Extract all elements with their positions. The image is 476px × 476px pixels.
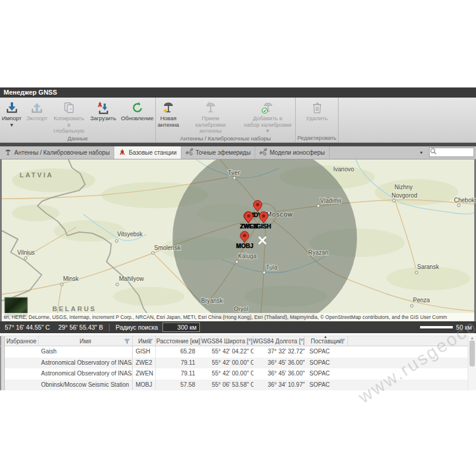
table-row[interactable]: Astronomical Observatory of INASANZWEN79…: [0, 368, 476, 380]
map-label-city: Moscow: [266, 211, 293, 218]
city-dot: [115, 240, 118, 243]
row-selector[interactable]: [0, 380, 5, 391]
ribbon-button-load[interactable]: Загрузить: [89, 99, 118, 123]
map-label-city: Ivanovo: [333, 166, 354, 173]
tab-ionosphere-models[interactable]: Модели ионосферы: [255, 146, 330, 159]
search-icon: [430, 147, 437, 158]
terrain-patch: [113, 287, 184, 306]
row-selector[interactable]: [0, 368, 5, 380]
cell-name: Gaish: [39, 346, 133, 358]
ribbon-group-label: Антенны / Калибровочные наборы: [156, 135, 295, 143]
tab-satellite-icon: [186, 148, 193, 157]
cell-lon: 37° 32' 32.72" В: [253, 346, 305, 358]
row-selector[interactable]: [0, 358, 5, 369]
cell-favorite: [5, 346, 39, 358]
column-header-6[interactable]: Поставщик▲: [305, 336, 348, 346]
search-input[interactable]: [437, 148, 473, 156]
map-label-city: Mahilyow: [119, 275, 144, 282]
tab-base-stations[interactable]: Базовые станции: [114, 146, 181, 159]
column-header-1[interactable]: Имя: [39, 336, 133, 346]
cell-distance: 79.11: [156, 358, 201, 369]
map-label-city: Vitsyebsk: [117, 231, 143, 237]
city-dot: [317, 205, 320, 208]
cell-filler: [348, 358, 476, 369]
ribbon-button-add-to-calibration-set[interactable]: Добавить внабор калибровки ▾: [240, 99, 295, 135]
cell-distance: 65.28: [156, 346, 201, 358]
cell-provider: SOPAC: [305, 346, 348, 358]
cell-name: Astronomical Observatory of INASAN: [39, 368, 133, 380]
ribbon-button-new-antenna[interactable]: Новаяантенна: [156, 99, 181, 129]
column-header-4[interactable]: WGS84 Широта [°]: [201, 336, 253, 346]
cursor-longitude: 29° 56' 55.43" В: [58, 324, 103, 331]
station-code-label: GISH: [256, 223, 271, 230]
table-scrollbar[interactable]: ▲: [468, 336, 476, 390]
ribbon-button-delete[interactable]: Удалить: [304, 99, 329, 123]
column-header-2[interactable]: Имя: [133, 336, 156, 346]
ribbon-button-label: Новаяантенна: [158, 115, 179, 128]
ribbon-button-import[interactable]: Импорт▾: [0, 99, 23, 129]
map-label-city: Nizhny: [394, 184, 413, 190]
filter-funnel-icon[interactable]: [339, 339, 346, 346]
map-scale: 50 км: [420, 324, 472, 331]
cell-provider: SOPAC: [305, 358, 348, 369]
column-header-5[interactable]: WGS84 Долгота [°]: [253, 336, 305, 346]
table-row[interactable]: GaishGISH65.2855° 42' 04.22" С37° 32' 32…: [0, 346, 476, 358]
column-header-label: Поставщик: [311, 338, 341, 345]
ribbon-button-antenna-calibration-receive[interactable]: Приемкалибровки антенны: [182, 99, 239, 135]
map-label-city: Smolensk: [154, 245, 181, 251]
ribbon-group-buttons: Удалить: [296, 98, 338, 134]
map-label-city: Cheboksary: [454, 197, 476, 203]
search-radius-input[interactable]: 300 км: [162, 322, 200, 332]
column-header-label: Избранное: [7, 338, 37, 345]
city-dot: [61, 283, 64, 286]
column-header-3[interactable]: Расстояние [км]: [156, 336, 201, 346]
tab-precise-ephemeris[interactable]: Точные эфемериды: [181, 146, 255, 159]
map-view[interactable]: LATVIABELARUSTverIvanovoNizhnyNovgorodVl…: [0, 159, 476, 321]
ribbon-group-buttons: Импорт▾ЭкспортКопироватьв глобальнуюЗагр…: [0, 98, 155, 135]
ribbon-button-copy-to-global[interactable]: Копироватьв глобальную: [51, 99, 87, 135]
cell-code: MOBJ: [133, 380, 156, 391]
search-box[interactable]: [429, 148, 474, 157]
city-dot: [24, 257, 27, 260]
map-label-city: Vilnius: [17, 249, 35, 256]
table-header-row: ИзбранноеИмяИмяРасстояние [км]WGS84 Широ…: [0, 336, 476, 346]
ribbon-group-antennas: НоваяантеннаПриемкалибровки антенныДобав…: [156, 98, 296, 142]
map-label-city: Tver: [228, 170, 240, 176]
filter-funnel-icon[interactable]: [147, 339, 154, 346]
city-dot: [233, 177, 236, 180]
map-canvas[interactable]: LATVIABELARUSTverIvanovoNizhnyNovgorodVl…: [0, 159, 476, 321]
ribbon-button-export[interactable]: Экспорт: [24, 99, 49, 123]
table-row[interactable]: Obninsk/Moscow Seismic StationMOBJ57.585…: [0, 380, 476, 391]
map-label-city: Saransk: [417, 264, 440, 270]
cell-code: ZWEN: [133, 368, 156, 380]
ribbon-toolbar: Импорт▾ЭкспортКопироватьв глобальнуюЗагр…: [0, 98, 476, 143]
tab-label: Точные эфемериды: [196, 149, 250, 156]
filter-funnel-icon[interactable]: [124, 339, 130, 346]
city-dot: [458, 204, 461, 207]
cell-distance: 57.58: [156, 380, 201, 391]
cell-distance: 79.11: [156, 368, 201, 380]
ribbon-group-label: Данные: [0, 135, 155, 143]
tab-satellite-icon: [259, 148, 267, 157]
column-header-0[interactable]: Избранное: [5, 336, 39, 346]
scrollbar-up-arrow[interactable]: ▲: [468, 336, 476, 340]
tab-antenna-icon: [4, 148, 12, 157]
tab-overflow-caret[interactable]: ▾: [420, 150, 422, 155]
ribbon-button-refresh[interactable]: Обновление: [119, 99, 155, 123]
map-label-city: Ryazan: [308, 249, 328, 256]
cell-favorite: [5, 368, 39, 380]
cell-lon: 36° 45' 36.00" В: [253, 358, 305, 369]
cell-provider: SOPAC: [305, 380, 348, 391]
scrollbar-thumb[interactable]: [469, 340, 475, 367]
add-to-calibration-set-icon: [261, 99, 275, 115]
city-dot: [236, 261, 239, 264]
tab-strip: Антенны / Калибровочные наборыБазовые ст…: [0, 146, 476, 159]
row-selector[interactable]: [0, 346, 5, 358]
statusbar-divider: [109, 324, 109, 331]
city-dot: [152, 252, 155, 255]
tab-antennas-calibration-sets[interactable]: Антенны / Калибровочные наборы: [0, 146, 114, 159]
stations-table: ИзбранноеИмяИмяРасстояние [км]WGS84 Широ…: [0, 336, 476, 390]
ribbon-button-label: Добавить внабор калибровки ▾: [242, 115, 293, 134]
table-row[interactable]: Astronomical Observatory of INASANZWE279…: [0, 358, 476, 369]
ribbon-button-label: Удалить: [306, 115, 327, 122]
